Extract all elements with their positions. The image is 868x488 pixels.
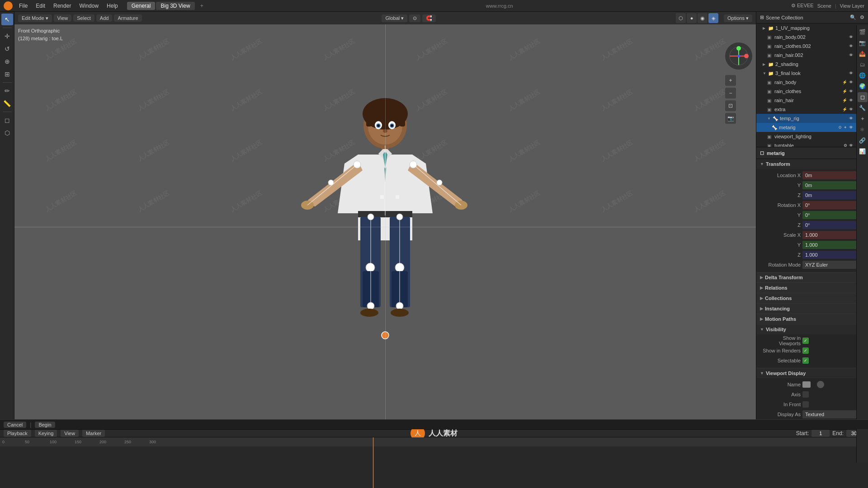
transform-tool[interactable]: ⊞	[1, 68, 13, 80]
rendered-shading[interactable]: ◈	[708, 13, 718, 23]
scale-y-value[interactable]: 1.000	[802, 241, 864, 249]
fit-view-btn[interactable]: ⊡	[725, 100, 736, 111]
rotation-x-value[interactable]: 0°	[802, 201, 864, 209]
wireframe-shading[interactable]: ⬡	[676, 13, 686, 23]
modifier-props-btn[interactable]: 🔧	[858, 103, 868, 113]
measure-tool[interactable]: 📏	[1, 98, 13, 109]
zoom-in-btn[interactable]: +	[725, 75, 736, 86]
view-layer-properties-btn[interactable]: 🗂	[858, 60, 868, 70]
instancing-header[interactable]: ▶ Instancing	[756, 304, 868, 314]
outliner-filter[interactable]: ⚙	[860, 14, 864, 20]
transform-section-header[interactable]: ▼ Transform	[756, 159, 868, 169]
menu-render[interactable]: Render	[50, 2, 75, 10]
timeline-view-btn[interactable]: View	[61, 430, 79, 437]
workspace-add[interactable]: +	[196, 2, 208, 10]
edit-mode-dropdown[interactable]: Edit Mode ▾	[18, 14, 52, 22]
visibility-header[interactable]: ▼ Visibility	[756, 324, 868, 334]
outliner-turntable[interactable]: ▣ turntable ⚙ 👁 🖥 🔒	[756, 141, 868, 147]
select-tool[interactable]: ↖	[1, 14, 13, 25]
outliner-rain-body[interactable]: ▣ rain_body ⚡ 👁 🖥 🔒	[756, 78, 868, 87]
orientation-gizmo[interactable]	[725, 42, 752, 70]
begin-button[interactable]: Begin	[35, 422, 55, 428]
timeline-body[interactable]: 0 50 100 150 200 250 300	[0, 437, 868, 488]
options-menu[interactable]: Options ▾	[724, 14, 752, 22]
workspace-general[interactable]: General	[127, 2, 156, 10]
vd-display-as-dropdown[interactable]: Textured ▾	[802, 410, 864, 418]
scene-props-btn[interactable]: 🌐	[858, 70, 868, 80]
rotation-z-value[interactable]: 0°	[802, 221, 864, 229]
engine-selector[interactable]: ⚙ EEVEE	[791, 3, 814, 9]
outliner-rain-hair[interactable]: ▣ rain_hair ⚡ 👁 🖥 🔒	[756, 96, 868, 105]
object-props-btn[interactable]: ◻	[858, 92, 868, 102]
vd-name-color[interactable]	[802, 381, 811, 388]
outliner-rain-clothes-002[interactable]: ▣ rain_clothes.002 👁 🖥 🔒	[756, 42, 868, 51]
vd-in-front-checkbox[interactable]	[802, 401, 809, 408]
menu-file[interactable]: File	[15, 2, 31, 10]
outliner-metarig[interactable]: 🦴 metarig ⚙ ✦ 👁 🖥 🔒	[756, 123, 868, 132]
keying-btn[interactable]: Keying	[35, 430, 57, 437]
snap[interactable]: 🧲	[422, 14, 436, 22]
extrude-tool[interactable]: ⬡	[1, 127, 13, 139]
scale-tool[interactable]: ⊕	[1, 56, 13, 67]
vd-name-dot[interactable]	[817, 381, 824, 388]
3d-viewport[interactable]: Edit Mode ▾ View Select Add Armature Glo…	[14, 12, 756, 429]
playback-btn[interactable]: Playback	[4, 430, 31, 437]
menu-help[interactable]: Help	[103, 2, 122, 10]
outliner-temp-rig[interactable]: ▼ 🦴 temp_rig 👁 🖥 🔒	[756, 114, 868, 123]
outliner-extra[interactable]: ▣ extra ⚡ 👁 🖥 🔒	[756, 105, 868, 114]
output-properties-btn[interactable]: 📤	[858, 49, 868, 59]
data-props-btn[interactable]: 📊	[858, 146, 868, 156]
menu-window[interactable]: Window	[75, 2, 102, 10]
view-menu[interactable]: View	[54, 14, 72, 22]
rotation-y-value[interactable]: 0°	[802, 211, 864, 219]
workspace-3d[interactable]: Big 3D View	[156, 2, 194, 10]
outliner-uv-mapping[interactable]: ▶ 📁 1_UV_mapping 👁	[756, 23, 868, 33]
scene-label[interactable]: Scene	[817, 3, 831, 9]
start-frame-value[interactable]: 1	[811, 430, 830, 437]
location-x-value[interactable]: 0m	[802, 171, 864, 179]
scale-x-value[interactable]: 1.000	[802, 231, 864, 239]
material-shading[interactable]: ◉	[698, 13, 708, 23]
outliner-rain-body-002[interactable]: ▣ rain_body.002 👁 🖥 🔒	[756, 33, 868, 42]
move-tool[interactable]: ✛	[1, 30, 13, 42]
outliner-rain-clothes[interactable]: ▣ rain_clothes ⚡ 👁 🖥 🔒	[756, 87, 868, 96]
zoom-out-btn[interactable]: −	[725, 88, 736, 99]
annotate-tool[interactable]: ✏	[1, 85, 13, 97]
add-menu[interactable]: Add	[96, 14, 113, 22]
outliner-viewport-lighting[interactable]: ▣ viewport_lighting	[756, 132, 868, 141]
armature-menu[interactable]: Armature	[114, 14, 142, 22]
solid-shading[interactable]: ●	[687, 13, 697, 23]
rotation-mode-dropdown[interactable]: XYZ Euler ▾	[802, 261, 864, 269]
select-menu[interactable]: Select	[73, 14, 94, 22]
proportional-edit[interactable]: ⊙	[409, 14, 420, 22]
particles-props-btn[interactable]: ✦	[858, 114, 868, 124]
viewport-display-header[interactable]: ▼ Viewport Display	[756, 368, 868, 378]
scale-z-value[interactable]: 1.000	[802, 251, 864, 259]
toggle-camera[interactable]: 📷	[725, 113, 736, 124]
marker-btn[interactable]: Marker	[82, 430, 105, 437]
world-props-btn[interactable]: 🌍	[858, 81, 868, 91]
grab-tool[interactable]: ◻	[1, 114, 13, 126]
show-in-renders-checkbox[interactable]	[802, 347, 809, 354]
selectable-checkbox[interactable]	[802, 357, 809, 364]
location-y-value[interactable]: 0m	[802, 181, 864, 189]
physics-props-btn[interactable]: ⚛	[858, 125, 868, 135]
motion-paths-header[interactable]: ▶ Motion Paths	[756, 314, 868, 324]
collections-header[interactable]: ▶ Collections	[756, 293, 868, 303]
outliner-rain-hair-002[interactable]: ▣ rain_hair.002 👁 🖥 🔒	[756, 51, 868, 60]
scene-properties-btn[interactable]: 🎬	[858, 27, 868, 37]
cancel-button[interactable]: Cancel	[4, 422, 26, 428]
delta-transform-header[interactable]: ▶ Delta Transform	[756, 272, 868, 282]
constraints-props-btn[interactable]: 🔗	[858, 136, 868, 145]
outliner-search[interactable]: 🔍	[850, 14, 856, 20]
rotate-tool[interactable]: ↺	[1, 43, 13, 55]
outliner-content[interactable]: ▶ 📁 1_UV_mapping 👁 ▣ rain_body.002 👁 🖥 🔒	[756, 23, 868, 147]
relations-header[interactable]: ▶ Relations	[756, 283, 868, 293]
render-properties-btn[interactable]: 📷	[858, 38, 868, 48]
outliner-2-shading[interactable]: ▶ 📁 2_shading 🖥 🔒	[756, 60, 868, 69]
view-layer-label[interactable]: View Layer	[840, 3, 864, 9]
viewport-canvas[interactable]: 人人素材社区 人人素材社区 人人素材社区 人人素材社区 人人素材社区 人人素材社…	[14, 24, 756, 429]
location-z-value[interactable]: 0m	[802, 191, 864, 199]
menu-edit[interactable]: Edit	[32, 2, 49, 10]
transform-global[interactable]: Global ▾	[382, 14, 407, 22]
